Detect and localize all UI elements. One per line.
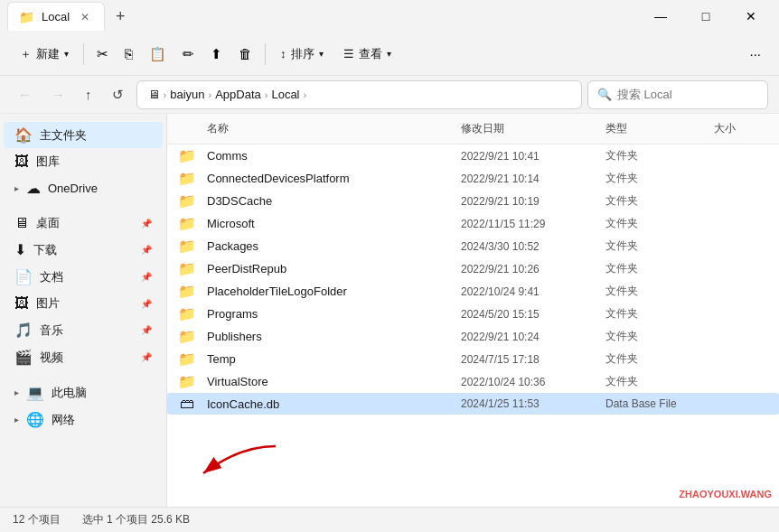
table-row[interactable]: 📁 Comms 2022/9/21 10:41 文件夹: [167, 145, 779, 167]
search-input[interactable]: [617, 88, 758, 101]
file-date: 2022/10/24 10:36: [454, 376, 598, 388]
address-bar: ← → ↑ ↺ 🖥 › baiyun › AppData › Local › 🔍: [0, 76, 779, 114]
sidebar-item-pictures[interactable]: 🖼 图片 📌: [4, 291, 163, 316]
file-name: IconCache.db: [207, 397, 454, 411]
file-area: 名称 修改日期 类型 大小 📁 Comms 2022/9/21 10:41 文件…: [167, 114, 779, 507]
file-date: 2022/9/21 10:19: [454, 195, 598, 208]
copy-button[interactable]: ⎘: [117, 41, 140, 67]
file-list: 📁 Comms 2022/9/21 10:41 文件夹 📁 ConnectedD…: [167, 145, 779, 415]
expand-icon: ▸: [14, 183, 19, 193]
table-row[interactable]: 📁 Packages 2024/3/30 10:52 文件夹: [167, 235, 779, 257]
home-icon: 🏠: [14, 126, 33, 144]
sidebar-item-home[interactable]: 🏠 主文件夹: [4, 122, 163, 148]
videos-icon: 🎬: [14, 349, 33, 366]
minimize-button[interactable]: —: [640, 2, 681, 31]
file-date: 2024/1/25 11:53: [454, 397, 598, 410]
search-icon: 🔍: [597, 88, 612, 101]
table-row[interactable]: 📁 PeerDistRepub 2022/9/21 10:26 文件夹: [167, 257, 779, 280]
col-header-name[interactable]: 名称: [167, 121, 454, 136]
sidebar-item-videos[interactable]: 🎬 视频 📌: [4, 344, 163, 370]
col-header-type[interactable]: 类型: [598, 117, 707, 140]
main-area: 🏠 主文件夹 🖼 图库 ▸ ☁ OneDrive 🖥 桌面 📌 ⬇ 下载 📌 📄…: [0, 114, 779, 507]
up-button[interactable]: ↑: [78, 81, 99, 107]
breadcrumb-local[interactable]: Local: [271, 88, 299, 101]
file-icon: 🗃: [167, 396, 207, 412]
sidebar-item-thispc[interactable]: ▸ 💻 此电脑: [4, 379, 163, 406]
table-row[interactable]: 📁 Programs 2024/5/20 15:15 文件夹: [167, 303, 779, 325]
sidebar-videos-label: 视频: [40, 350, 63, 366]
pin-icon5: 📌: [141, 325, 152, 335]
file-type: 文件夹: [598, 148, 707, 163]
table-row[interactable]: 📁 PlaceholderTileLogoFolder 2022/10/24 9…: [167, 280, 779, 303]
file-name: Publishers: [207, 330, 454, 343]
tab-local[interactable]: 📁 Local ✕: [7, 2, 105, 31]
pc-icon: 🖥: [148, 88, 160, 101]
rename-button[interactable]: ✏: [175, 41, 202, 68]
toolbar: ＋ 新建 ▾ ✂ ⎘ 📋 ✏ ⬆ 🗑 ↕ 排序 ▾ ☰ 查看 ▾ ···: [0, 33, 779, 76]
separator2: [265, 43, 266, 65]
new-label: 新建: [36, 46, 60, 62]
paste-button[interactable]: 📋: [142, 41, 174, 68]
tab-folder-icon: 📁: [19, 10, 34, 24]
forward-button[interactable]: →: [44, 81, 72, 107]
table-row[interactable]: 📁 Temp 2024/7/15 17:18 文件夹: [167, 348, 779, 370]
file-name: Comms: [207, 149, 454, 163]
search-bar[interactable]: 🔍: [587, 80, 768, 109]
more-button[interactable]: ···: [742, 41, 768, 67]
file-type: 文件夹: [598, 374, 707, 389]
sidebar-item-onedrive[interactable]: ▸ ☁ OneDrive: [4, 175, 163, 201]
table-row[interactable]: 📁 ConnectedDevicesPlatform 2022/9/21 10:…: [167, 167, 779, 190]
file-date: 2022/11/15 11:29: [454, 218, 598, 230]
file-icon: 📁: [167, 283, 207, 300]
sidebar-pictures-label: 图片: [36, 295, 60, 312]
tab-area: 📁 Local ✕ +: [7, 2, 633, 31]
file-icon: 📁: [167, 170, 207, 187]
table-row[interactable]: 📁 Microsoft 2022/11/15 11:29 文件夹: [167, 212, 779, 235]
refresh-button[interactable]: ↺: [105, 81, 131, 108]
file-icon: 📁: [167, 350, 207, 368]
file-icon: 📁: [167, 238, 207, 255]
view-icon: ☰: [343, 47, 354, 61]
sidebar-item-downloads[interactable]: ⬇ 下载 📌: [4, 237, 163, 263]
table-row[interactable]: 📁 D3DSCache 2022/9/21 10:19 文件夹: [167, 190, 779, 212]
sidebar-item-gallery[interactable]: 🖼 图库: [4, 149, 163, 174]
plus-icon: ＋: [20, 46, 32, 62]
new-tab-button[interactable]: +: [108, 4, 133, 30]
expand-icon3: ▸: [14, 415, 19, 425]
view-label: 查看: [359, 46, 382, 62]
cut-button[interactable]: ✂: [89, 41, 116, 68]
table-row[interactable]: 🗃 IconCache.db 2024/1/25 11:53 Data Base…: [167, 393, 779, 415]
view-button[interactable]: ☰ 查看 ▾: [334, 41, 400, 68]
file-type: 文件夹: [598, 329, 707, 344]
file-date: 2024/5/20 15:15: [454, 308, 598, 321]
table-row[interactable]: 📁 VirtualStore 2022/10/24 10:36 文件夹: [167, 370, 779, 393]
new-button[interactable]: ＋ 新建 ▾: [11, 41, 78, 68]
back-button[interactable]: ←: [11, 81, 39, 107]
file-date: 2022/9/21 10:41: [454, 150, 598, 163]
breadcrumb-baiyun[interactable]: baiyun: [170, 88, 204, 101]
file-date: 2024/3/30 10:52: [454, 240, 598, 253]
close-button[interactable]: ✕: [730, 2, 772, 31]
selected-info: 选中 1 个项目 25.6 KB: [82, 512, 190, 527]
tab-close-button[interactable]: ✕: [77, 9, 93, 25]
sidebar-item-network[interactable]: ▸ 🌐 网络: [4, 406, 163, 433]
breadcrumb-appdata[interactable]: AppData: [215, 88, 261, 101]
delete-button[interactable]: 🗑: [231, 41, 259, 67]
sidebar-music-label: 音乐: [40, 322, 63, 339]
sort-button[interactable]: ↕ 排序 ▾: [271, 41, 333, 68]
table-row[interactable]: 📁 Publishers 2022/9/21 10:24 文件夹: [167, 325, 779, 348]
sidebar-item-desktop[interactable]: 🖥 桌面 📌: [4, 210, 163, 236]
share-button[interactable]: ⬆: [203, 41, 230, 68]
window-controls: — □ ✕: [640, 2, 772, 31]
maximize-button[interactable]: □: [685, 2, 727, 31]
col-header-size[interactable]: 大小: [707, 117, 779, 140]
file-name: Temp: [207, 352, 454, 366]
status-bar: 12 个项目 选中 1 个项目 25.6 KB: [0, 507, 779, 532]
breadcrumb[interactable]: 🖥 › baiyun › AppData › Local ›: [136, 80, 583, 109]
title-bar: 📁 Local ✕ + — □ ✕: [0, 0, 779, 33]
music-icon: 🎵: [14, 322, 33, 339]
col-header-date[interactable]: 修改日期: [454, 117, 598, 140]
sidebar-item-music[interactable]: 🎵 音乐 📌: [4, 317, 163, 343]
sidebar-item-documents[interactable]: 📄 文档 📌: [4, 264, 163, 290]
pin-icon2: 📌: [141, 245, 152, 255]
